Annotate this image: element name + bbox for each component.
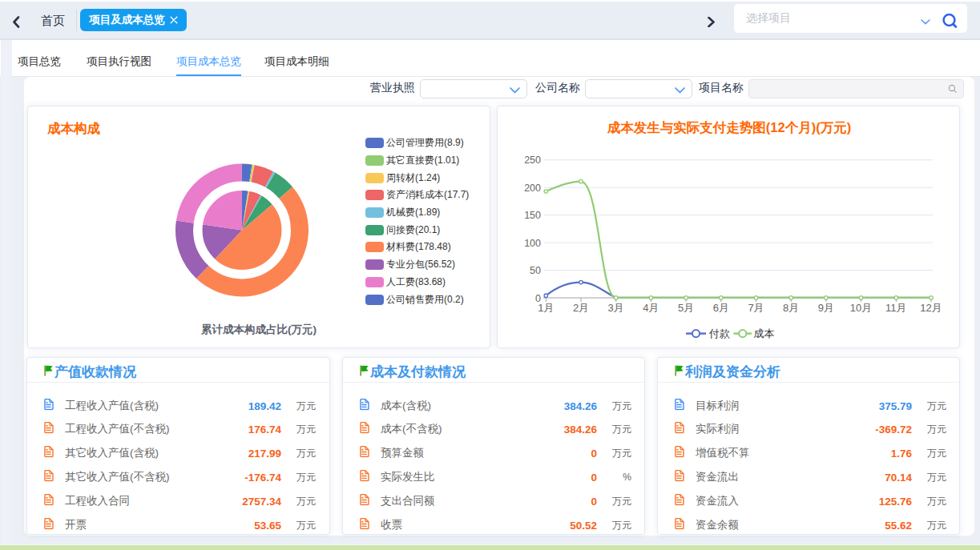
svg-text:250: 250: [524, 155, 541, 166]
svg-text:50: 50: [530, 265, 541, 276]
svg-text:付款: 付款: [708, 327, 730, 339]
svg-text:150: 150: [524, 210, 541, 221]
svg-text:3月: 3月: [608, 302, 624, 314]
svg-text:9月: 9月: [818, 302, 834, 314]
svg-text:2月: 2月: [573, 302, 589, 314]
svg-text:10月: 10月: [850, 302, 872, 314]
svg-text:100: 100: [524, 238, 541, 249]
svg-text:200: 200: [524, 183, 541, 194]
svg-text:7月: 7月: [748, 302, 764, 314]
svg-text:6月: 6月: [713, 302, 729, 314]
svg-text:8月: 8月: [783, 302, 799, 314]
svg-text:1月: 1月: [538, 302, 554, 314]
svg-text:4月: 4月: [643, 302, 659, 314]
svg-text:11月: 11月: [885, 302, 907, 314]
svg-text:12月: 12月: [920, 302, 942, 314]
svg-text:5月: 5月: [678, 302, 694, 314]
svg-text:成本: 成本: [754, 327, 775, 339]
